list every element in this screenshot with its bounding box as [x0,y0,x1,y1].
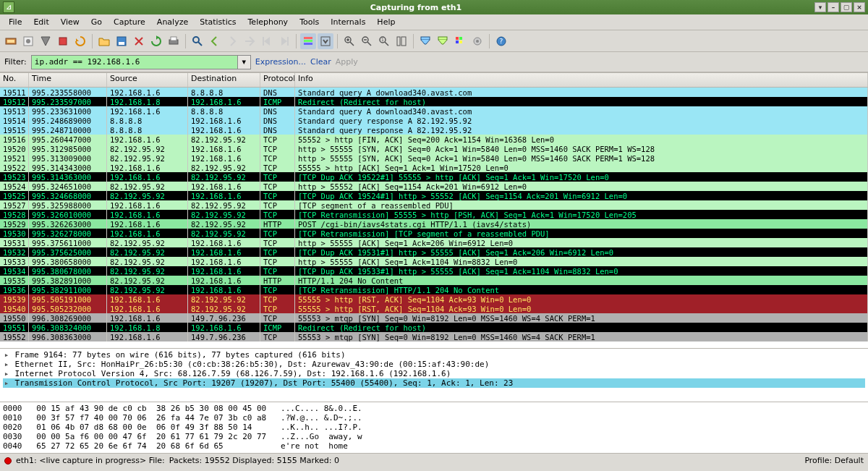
tree-expander-icon[interactable]: ▸ [3,378,10,388]
maximize-button[interactable]: ▢ [841,2,852,12]
col-dst[interactable]: Destination [188,73,260,87]
go-to-button[interactable] [242,33,258,49]
packet-row[interactable]: 19532995.37562500082.192.95.92192.168.1.… [0,247,868,257]
tree-expander-icon[interactable]: ▸ [3,360,10,369]
hex-row[interactable]: 0020 01 06 4b 07 d8 68 00 0e 06 0f 49 3f… [3,423,865,432]
filter-dropdown-button[interactable]: ▾ [238,55,251,69]
menu-edit[interactable]: Edit [27,16,54,28]
packet-row[interactable]: 19551996.308324000192.168.1.8192.168.1.6… [0,323,868,332]
clear-filter-button[interactable]: Clear [310,57,331,67]
help-button[interactable]: ? [493,33,509,49]
col-info[interactable]: Info [295,73,868,87]
menu-go[interactable]: Go [85,16,108,28]
open-button[interactable] [96,33,112,49]
menu-capture[interactable]: Capture [108,16,151,28]
svg-rect-21 [401,37,406,46]
hex-row[interactable]: 0040 65 27 72 65 20 6e 6f 74 20 68 6f 6d… [3,441,865,451]
packet-row[interactable]: 19522995.314343000192.168.1.682.192.95.9… [0,163,868,172]
tree-item[interactable]: ▸ Transmission Control Protocol, Src Por… [3,378,865,388]
packet-row[interactable]: 19527995.325988000192.168.1.682.192.95.9… [0,200,868,210]
minimize-button[interactable]: ▾ [814,2,826,12]
save-button[interactable] [114,33,129,49]
packet-row[interactable]: 19528995.326010000192.168.1.682.192.95.9… [0,210,868,219]
packet-row[interactable]: 19536995.38291100082.192.95.92192.168.1.… [0,285,868,294]
display-filters-button[interactable] [435,33,451,49]
options-button[interactable] [20,33,36,49]
statusbar: eth1: <live capture in progress> File: P… [0,453,868,467]
resize-columns-button[interactable] [393,33,409,49]
menu-statistics[interactable]: Statistics [194,16,242,28]
menu-file[interactable]: File [3,16,27,28]
packet-row[interactable]: 19512995.233597000192.168.1.8192.168.1.6… [0,97,868,106]
col-src[interactable]: Source [107,73,188,87]
autoscroll-button[interactable] [318,33,333,49]
find-button[interactable] [190,33,205,49]
zoom-reset-button[interactable]: 1 [376,33,392,49]
packet-row[interactable]: 19514995.2486890008.8.8.8192.168.1.6DNSS… [0,116,868,125]
col-no[interactable]: No. [0,73,29,87]
packet-bytes-pane[interactable]: 0000 00 15 af 43 90 de c0 cb 38 26 b5 30… [0,402,868,453]
col-time[interactable]: Time [29,73,107,87]
go-forward-button[interactable] [224,33,240,49]
menu-analyze[interactable]: Analyze [151,16,194,28]
packet-row[interactable]: 19552996.308363000192.168.1.6149.7.96.23… [0,332,868,341]
tree-expander-icon[interactable]: ▸ [3,369,10,378]
packet-row[interactable]: 19523995.314363000192.168.1.682.192.95.9… [0,172,868,182]
packet-row[interactable]: 19531995.37561100082.192.95.92192.168.1.… [0,238,868,247]
packet-row[interactable]: 19534995.38067800082.192.95.92192.168.1.… [0,266,868,276]
tree-expander-icon[interactable]: ▸ [3,350,10,360]
last-packet-button[interactable] [276,33,292,49]
go-back-button[interactable] [207,33,223,49]
zoom-out-button[interactable] [359,33,375,49]
tree-item[interactable]: ▸ Internet Protocol Version 4, Src: 68.1… [3,369,865,378]
packet-row[interactable]: 19540995.505232000192.168.1.682.192.95.9… [0,304,868,313]
reload-button[interactable] [148,33,164,49]
menu-tools[interactable]: Tools [294,16,325,28]
stop-capture-button[interactable] [55,33,71,49]
col-proto[interactable]: Protocol [260,73,295,87]
tree-item[interactable]: ▸ Frame 9164: 77 bytes on wire (616 bits… [3,350,865,360]
packet-row[interactable]: 19525995.32466800082.192.95.92192.168.1.… [0,191,868,200]
menu-internals[interactable]: Internals [325,16,371,28]
status-profile[interactable]: Profile: Default [804,456,864,465]
menu-telephony[interactable]: Telephony [242,16,294,28]
capture-filters-button[interactable] [417,33,433,49]
colorize-button[interactable] [300,33,316,49]
packet-row[interactable]: 19524995.32465100082.192.95.92192.168.1.… [0,182,868,191]
hex-row[interactable]: 0030 00 00 5a f6 00 00 47 6f 20 61 77 61… [3,432,865,441]
start-capture-button[interactable] [38,33,54,49]
restart-capture-button[interactable] [72,33,88,49]
packet-row[interactable]: 19511995.233558000192.168.1.68.8.8.8DNSS… [0,88,868,97]
preferences-button[interactable] [469,33,485,49]
packet-row[interactable]: 19550996.308269000192.168.1.6149.7.96.23… [0,313,868,323]
packet-list-body[interactable]: 19511995.233558000192.168.1.68.8.8.8DNSS… [0,88,868,348]
filter-input[interactable] [31,55,238,69]
packet-row[interactable]: 19529995.326263000192.168.1.682.192.95.9… [0,219,868,229]
close-file-button[interactable] [131,33,147,49]
packet-row[interactable]: 19539995.505191000192.168.1.682.192.95.9… [0,294,868,304]
svg-rect-22 [421,37,430,40]
tree-item[interactable]: ▸ Ethernet II, Src: HonHaiPr_26:b5:30 (c… [3,360,865,369]
packet-row[interactable]: 19515995.2487100008.8.8.8192.168.1.6DNSS… [0,125,868,135]
menu-view[interactable]: View [55,16,85,28]
packet-row[interactable]: 19513995.233631000192.168.1.68.8.8.8DNSS… [0,106,868,116]
minimize2-button[interactable]: – [827,2,839,12]
packet-row[interactable]: 19533995.38065800082.192.95.92192.168.1.… [0,257,868,266]
packet-details-pane[interactable]: ▸ Frame 9164: 77 bytes on wire (616 bits… [0,349,868,402]
coloring-rules-button[interactable] [452,33,468,49]
print-button[interactable] [166,33,182,49]
packet-row[interactable]: 19516995.260447000192.168.1.682.192.95.9… [0,135,868,144]
menu-help[interactable]: Help [371,16,401,28]
hex-row[interactable]: 0000 00 15 af 43 90 de c0 cb 38 26 b5 30… [3,404,865,413]
expression-button[interactable]: Expression... [255,57,306,67]
close-button[interactable]: × [854,2,865,12]
packet-row[interactable]: 19535995.38289100082.192.95.92192.168.1.… [0,276,868,285]
hex-row[interactable]: 0010 00 3f 57 f7 40 00 70 06 26 fa 44 7e… [3,413,865,423]
first-packet-button[interactable] [259,33,275,49]
interfaces-button[interactable] [3,33,19,49]
packet-row[interactable]: 19520995.31298500082.192.95.92192.168.1.… [0,144,868,153]
apply-filter-button[interactable]: Apply [336,57,358,67]
zoom-in-button[interactable] [341,33,357,49]
packet-row[interactable]: 19521995.31300900082.192.95.92192.168.1.… [0,153,868,163]
packet-row[interactable]: 19530995.326278000192.168.1.682.192.95.9… [0,229,868,238]
